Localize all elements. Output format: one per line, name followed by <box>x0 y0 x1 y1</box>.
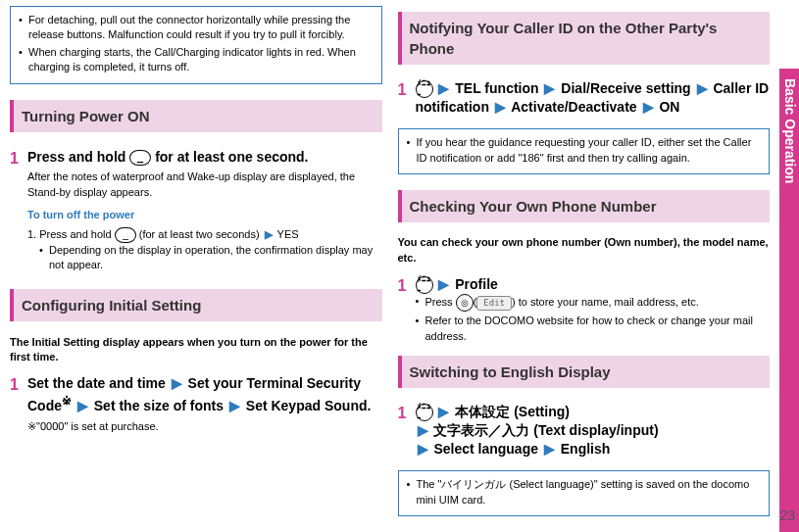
menu-key-icon: ﾒﾆｭｰ <box>416 80 433 98</box>
arrow-icon: ▶ <box>265 228 273 240</box>
txt: 1. Press and hold <box>27 228 115 240</box>
end-key-icon: ⎯ <box>115 227 136 243</box>
instruction-english: ﾒﾆｭｰ ▶ 本体設定 (Setting) ▶ 文字表示／入力 (Text di… <box>416 403 771 459</box>
step-body: Set the date and time ▶ Set your Termina… <box>27 374 382 434</box>
part-activate: Activate/Deactivate <box>511 99 636 115</box>
txt: for at least one second. <box>155 149 308 165</box>
heading-english-display: Switching to English Display <box>398 356 771 388</box>
arrow-icon: ▶ <box>643 99 654 115</box>
txt: to store your name, mail address, etc. <box>519 296 699 308</box>
dots <box>398 67 771 70</box>
arrow-icon: ▶ <box>697 80 708 96</box>
substep-bullets: Depending on the display in operation, t… <box>27 243 382 273</box>
arrow-icon: ▶ <box>544 80 555 96</box>
heading-initial-setting: Configuring Initial Setting <box>10 289 382 321</box>
step-number-1: 1 <box>10 374 24 434</box>
arrow-icon: ▶ <box>544 441 555 457</box>
part-on: ON <box>659 99 679 115</box>
step-number-1: 1 <box>10 148 24 275</box>
note-box-english: The "バイリンガル (Select language)" setting i… <box>398 470 771 516</box>
top-bullets: For detaching, pull out the connector ho… <box>19 13 374 75</box>
txt: Press and hold <box>27 149 129 165</box>
dots <box>10 134 382 138</box>
part-dial-receive: Dial/Receive setting <box>561 80 690 96</box>
intro-initial-setting: The Initial Setting display appears when… <box>10 335 382 365</box>
desc-standby: After the notes of waterproof and Wake-u… <box>27 169 382 200</box>
top-note-box: For detaching, pull out the connector ho… <box>10 6 382 84</box>
step-body: Press and hold ⎯ for at least one second… <box>27 148 382 275</box>
arrow-icon: ▶ <box>418 422 428 438</box>
part-keypad-sound: Set Keypad Sound. <box>246 398 372 413</box>
part-tel-function: TEL function <box>455 80 538 96</box>
profile-bullet-2: Refer to the DOCOMO website for how to c… <box>416 314 771 344</box>
page: Basic Operation 23 For detaching, pull o… <box>0 0 799 532</box>
top-bullet-1: For detaching, pull out the connector ho… <box>19 13 374 43</box>
arrow-icon: ▶ <box>495 99 506 115</box>
caller-id-bullets: If you hear the guidance requesting your… <box>407 135 762 166</box>
instruction-press-hold: Press and hold ⎯ for at least one second… <box>27 148 382 167</box>
txt-yes: YES <box>277 228 299 240</box>
arrow-icon: ▶ <box>438 80 449 96</box>
dots <box>398 390 771 393</box>
heading-caller-id: Notifying Your Caller ID on the Other Pa… <box>398 12 771 65</box>
instruction-caller-id: ﾒﾆｭｰ ▶ TEL function ▶ Dial/Receive setti… <box>416 79 771 117</box>
note-box-caller-id: If you hear the guidance requesting your… <box>398 128 771 174</box>
part-english: English <box>561 441 611 457</box>
edit-pill: Edit <box>476 296 512 311</box>
step-initial-setting: 1 Set the date and time ▶ Set your Termi… <box>10 374 382 434</box>
step-number-1: 1 <box>398 275 412 346</box>
heading-turning-power-on: Turning Power ON <box>10 100 382 132</box>
left-column: For detaching, pull out the connector ho… <box>10 6 382 526</box>
instruction-initial-setting: Set the date and time ▶ Set your Termina… <box>27 374 382 414</box>
arrow-icon: ▶ <box>438 276 449 292</box>
step-profile: 1 ﾒﾆｭｰ ▶ Profile Press ◎(Edit) to store … <box>398 275 771 346</box>
txt: Press <box>425 296 456 308</box>
step-power-on: 1 Press and hold ⎯ for at least one seco… <box>10 148 382 275</box>
arrow-icon: ▶ <box>172 375 182 391</box>
arrow-icon: ▶ <box>418 441 428 457</box>
english-bullets: The "バイリンガル (Select language)" setting i… <box>407 477 762 508</box>
caller-id-bullet-1: If you hear the guidance requesting your… <box>407 135 762 166</box>
step-number-1: 1 <box>398 79 412 117</box>
end-key-icon: ⎯ <box>129 150 151 166</box>
page-number: 23 <box>779 507 795 526</box>
intro-own-number: You can check your own phone number (Own… <box>398 235 771 266</box>
right-column: Notifying Your Caller ID on the Other Pa… <box>398 6 771 526</box>
dots <box>10 323 382 327</box>
english-bullet-1: The "バイリンガル (Select language)" setting i… <box>407 477 762 508</box>
heading-own-number: Checking Your Own Phone Number <box>398 190 771 222</box>
profile-bullet-1: Press ◎(Edit) to store your name, mail a… <box>416 294 771 312</box>
arrow-icon: ▶ <box>229 398 240 413</box>
txt: (for at least two seconds) <box>139 228 260 240</box>
part-font-size: Set the size of fonts <box>94 398 224 413</box>
side-tab: Basic Operation <box>779 0 799 532</box>
part-profile: Profile <box>455 276 498 292</box>
menu-key-icon: ﾒﾆｭｰ <box>416 404 433 421</box>
side-tab-label: Basic Operation <box>779 69 799 532</box>
step-english: 1 ﾒﾆｭｰ ▶ 本体設定 (Setting) ▶ 文字表示／入力 (Text … <box>398 403 771 459</box>
sup-mark: ※ <box>62 394 72 407</box>
menu-key-icon: ﾒﾆｭｰ <box>416 276 433 294</box>
step-caller-id: 1 ﾒﾆｭｰ ▶ TEL function ▶ Dial/Receive set… <box>398 79 771 117</box>
step-body: ﾒﾆｭｰ ▶ Profile Press ◎(Edit) to store yo… <box>416 275 771 346</box>
part-date-time: Set the date and time <box>27 375 166 391</box>
side-tab-blank <box>779 0 799 69</box>
part-select-language: Select language <box>433 441 538 457</box>
top-bullet-2: When charging starts, the Call/Charging … <box>19 45 374 75</box>
arrow-icon: ▶ <box>77 398 88 413</box>
part-text-display: 文字表示／入力 (Text display/input) <box>433 422 658 438</box>
footnote-0000: ※"0000" is set at purchase. <box>27 419 382 434</box>
substep-1: 1. Press and hold ⎯ (for at least two se… <box>27 227 382 243</box>
instruction-profile: ﾒﾆｭｰ ▶ Profile <box>416 275 771 294</box>
substep-bullet-1: Depending on the display in operation, t… <box>39 243 382 273</box>
profile-bullets: Press ◎(Edit) to store your name, mail a… <box>416 294 771 344</box>
camera-key-icon: ◎ <box>456 294 474 312</box>
step-number-1: 1 <box>398 403 412 459</box>
dots <box>398 224 771 227</box>
subheading-turn-off: To turn off the power <box>27 208 382 222</box>
part-setting: 本体設定 (Setting) <box>455 404 570 419</box>
arrow-icon: ▶ <box>438 404 449 419</box>
